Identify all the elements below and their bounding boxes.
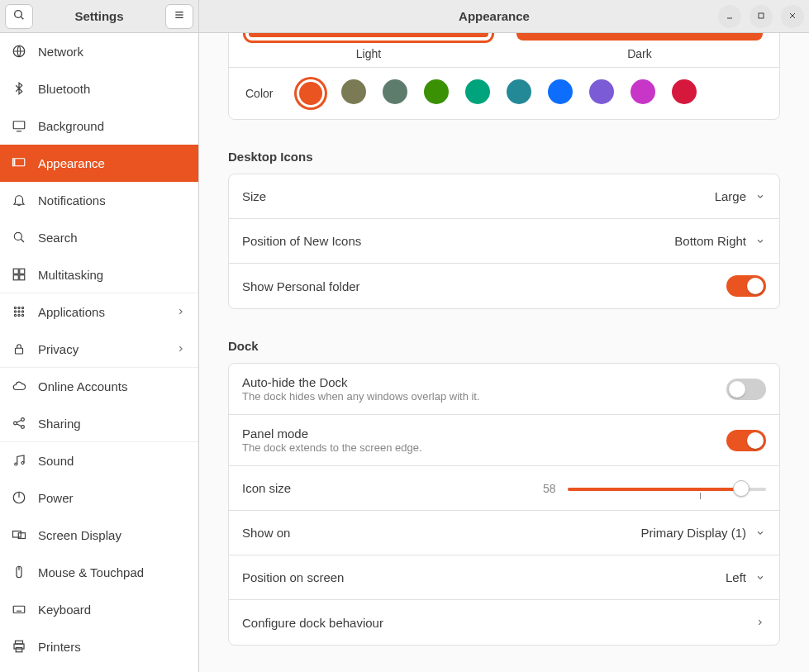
chevron-down-icon bbox=[754, 527, 766, 539]
position-label: Position of New Icons bbox=[242, 234, 674, 248]
sidebar-list: NetworkBluetoothBackgroundAppearanceNoti… bbox=[0, 33, 198, 672]
desktop-icons-title: Desktop Icons bbox=[228, 150, 780, 164]
maximize-button[interactable] bbox=[750, 5, 773, 28]
search-button[interactable] bbox=[5, 4, 33, 29]
sidebar-item-background[interactable]: Background bbox=[0, 107, 198, 145]
sidebar-item-search[interactable]: Search bbox=[0, 219, 198, 256]
search-icon bbox=[12, 8, 26, 24]
svg-rect-12 bbox=[13, 269, 18, 274]
sidebar-item-keyboard[interactable]: Keyboard bbox=[0, 591, 198, 628]
theme-dark[interactable]: Dark bbox=[516, 33, 763, 60]
dock-box: Auto-hide the Dock The dock hides when a… bbox=[228, 363, 780, 646]
panel-toggle[interactable] bbox=[726, 430, 766, 451]
content-body: Light Dark Color Desktop Icons Size L bbox=[199, 33, 809, 672]
sidebar-item-label: Multitasking bbox=[38, 268, 187, 282]
autohide-row: Auto-hide the Dock The dock hides when a… bbox=[229, 364, 779, 415]
sidebar-item-sound[interactable]: Sound bbox=[0, 442, 198, 479]
sidebar: Settings NetworkBluetoothBackgroundAppea… bbox=[0, 0, 199, 672]
sidebar-item-network[interactable]: Network bbox=[0, 33, 198, 70]
icon-size-slider[interactable] bbox=[568, 480, 766, 497]
sidebar-item-label: Power bbox=[38, 491, 187, 505]
sidebar-item-power[interactable]: Power bbox=[0, 479, 198, 517]
position-screen-row[interactable]: Position on screen Left bbox=[229, 555, 779, 600]
sidebar-item-sharing[interactable]: Sharing bbox=[0, 405, 198, 442]
color-swatch[interactable] bbox=[297, 79, 325, 107]
lock-icon bbox=[12, 341, 26, 356]
sidebar-item-online-accounts[interactable]: Online Accounts bbox=[0, 368, 198, 405]
sidebar-header: Settings bbox=[0, 0, 198, 33]
color-swatch[interactable] bbox=[383, 79, 407, 104]
apps-icon bbox=[12, 304, 26, 319]
sidebar-item-bluetooth[interactable]: Bluetooth bbox=[0, 70, 198, 107]
show-on-value: Primary Display (1) bbox=[640, 526, 746, 540]
menu-button[interactable] bbox=[165, 4, 193, 29]
sidebar-item-label: Applications bbox=[38, 305, 164, 319]
position-screen-label: Position on screen bbox=[242, 570, 726, 584]
sidebar-item-applications[interactable]: Applications bbox=[0, 293, 198, 331]
sidebar-item-label: Privacy bbox=[38, 342, 164, 356]
theme-light-preview bbox=[245, 33, 492, 41]
color-swatch[interactable] bbox=[631, 79, 655, 104]
desktop-icon-size-row[interactable]: Size Large bbox=[229, 174, 779, 219]
display-dock-icon bbox=[12, 155, 26, 170]
theme-light-label: Light bbox=[245, 47, 492, 60]
svg-rect-9 bbox=[13, 159, 15, 166]
sidebar-item-label: Keyboard bbox=[38, 603, 187, 617]
sidebar-item-label: Appearance bbox=[38, 156, 187, 170]
svg-rect-6 bbox=[13, 122, 25, 129]
cloud-icon bbox=[12, 379, 26, 393]
theme-light[interactable]: Light bbox=[245, 33, 492, 60]
theme-box: Light Dark Color bbox=[228, 33, 780, 120]
configure-dock-row[interactable]: Configure dock behaviour bbox=[229, 600, 779, 645]
svg-rect-13 bbox=[20, 269, 25, 274]
icon-size-label: Icon size bbox=[242, 481, 543, 495]
color-swatch[interactable] bbox=[465, 79, 490, 104]
svg-point-10 bbox=[14, 232, 21, 240]
autohide-sub: The dock hides when any windows overlap … bbox=[242, 390, 726, 403]
show-personal-folder-row: Show Personal folder bbox=[229, 264, 779, 308]
color-swatch[interactable] bbox=[507, 79, 531, 104]
autohide-toggle[interactable] bbox=[726, 379, 766, 400]
color-swatch[interactable] bbox=[424, 79, 449, 104]
sidebar-item-label: Sharing bbox=[38, 417, 187, 431]
svg-point-23 bbox=[18, 314, 20, 316]
configure-dock-label: Configure dock behaviour bbox=[242, 616, 754, 630]
sidebar-item-multitasking[interactable]: Multitasking bbox=[0, 256, 198, 293]
icon-size-row: Icon size 58 bbox=[229, 466, 779, 511]
sidebar-item-notifications[interactable]: Notifications bbox=[0, 182, 198, 219]
sidebar-item-mouse-touchpad[interactable]: Mouse & Touchpad bbox=[0, 554, 198, 591]
panel-mode-row: Panel mode The dock extends to the scree… bbox=[229, 415, 779, 466]
color-swatch[interactable] bbox=[548, 79, 573, 104]
svg-point-19 bbox=[14, 311, 16, 312]
svg-point-20 bbox=[18, 311, 20, 312]
chevron-down-icon bbox=[754, 191, 766, 203]
settings-window: Settings NetworkBluetoothBackgroundAppea… bbox=[0, 0, 809, 672]
svg-point-31 bbox=[15, 463, 17, 465]
close-button[interactable] bbox=[781, 5, 804, 28]
multitask-icon bbox=[12, 267, 26, 282]
color-swatch[interactable] bbox=[672, 79, 697, 104]
svg-rect-48 bbox=[759, 13, 764, 18]
svg-rect-14 bbox=[13, 275, 18, 280]
sidebar-item-printers[interactable]: Printers bbox=[0, 628, 198, 665]
sidebar-item-label: Online Accounts bbox=[38, 379, 187, 393]
size-label: Size bbox=[242, 189, 715, 203]
sidebar-item-label: Notifications bbox=[38, 193, 187, 207]
sidebar-item-appearance[interactable]: Appearance bbox=[0, 145, 198, 182]
sidebar-item-screen-display[interactable]: Screen Display bbox=[0, 517, 198, 554]
show-on-row[interactable]: Show on Primary Display (1) bbox=[229, 511, 779, 555]
sidebar-item-privacy[interactable]: Privacy bbox=[0, 331, 198, 368]
sidebar-item-label: Mouse & Touchpad bbox=[38, 565, 187, 579]
color-swatch[interactable] bbox=[589, 79, 614, 104]
color-swatch[interactable] bbox=[341, 79, 366, 104]
svg-point-17 bbox=[18, 307, 20, 308]
content-pane: Appearance Light Dark C bbox=[199, 0, 809, 672]
svg-rect-15 bbox=[20, 275, 25, 280]
size-value: Large bbox=[715, 189, 746, 203]
new-icons-position-row[interactable]: Position of New Icons Bottom Right bbox=[229, 219, 779, 264]
personal-folder-toggle[interactable] bbox=[726, 275, 766, 297]
svg-line-1 bbox=[21, 17, 23, 19]
svg-line-11 bbox=[21, 239, 24, 242]
screens-icon bbox=[12, 527, 26, 542]
minimize-button[interactable] bbox=[718, 5, 741, 28]
